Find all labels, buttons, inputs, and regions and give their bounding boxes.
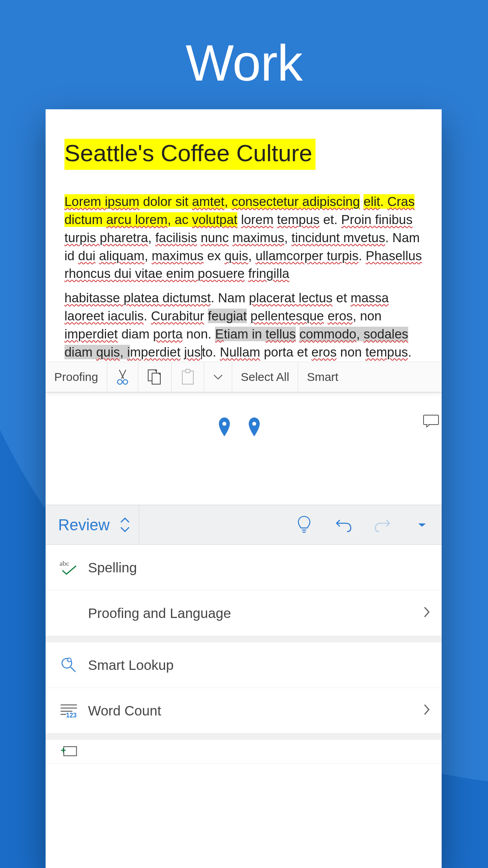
- menu-item-word-count[interactable]: 123 Word Count: [46, 688, 442, 734]
- ribbon-more-button[interactable]: [402, 505, 442, 544]
- menu-item-proofing-language[interactable]: Proofing and Language: [46, 590, 442, 636]
- selection-context-toolbar: Proofing S: [46, 362, 442, 392]
- document-body[interactable]: Lorem ipsum dolor sit amtet, consectetur…: [64, 193, 423, 361]
- menu-separator: [46, 734, 442, 740]
- proofing-button[interactable]: Proofing: [46, 362, 107, 392]
- chevron-right-icon: [423, 605, 431, 621]
- tab-switcher-icon: [118, 516, 132, 533]
- menu-item-label: Word Count: [88, 703, 161, 719]
- more-context-button[interactable]: [204, 362, 232, 392]
- comment-icon[interactable]: [423, 414, 439, 428]
- menu-item-label: Proofing and Language: [88, 605, 231, 621]
- copy-button[interactable]: [138, 362, 172, 392]
- selection-handle-start[interactable]: [218, 417, 231, 438]
- svg-line-13: [71, 667, 75, 671]
- svg-point-8: [252, 422, 256, 426]
- lightbulb-icon: [297, 515, 312, 534]
- document-page[interactable]: Seattle's Coffee Culture Lorem ipsum dol…: [46, 109, 442, 361]
- cut-icon: [116, 369, 129, 385]
- svg-point-1: [123, 380, 128, 384]
- dropdown-icon: [417, 522, 427, 528]
- menu-item-spelling[interactable]: abc Spelling: [46, 545, 442, 590]
- cut-button[interactable]: [107, 362, 138, 392]
- new-comment-icon: [57, 745, 81, 759]
- document-title[interactable]: Seattle's Coffee Culture: [64, 139, 316, 170]
- menu-item-label: Spelling: [88, 560, 137, 576]
- svg-text:i: i: [68, 658, 69, 662]
- svg-text:abc: abc: [60, 559, 70, 567]
- device-frame: Seattle's Coffee Culture Lorem ipsum dol…: [46, 109, 442, 868]
- ribbon-header: Review: [46, 505, 442, 545]
- svg-rect-21: [64, 747, 76, 756]
- svg-rect-6: [424, 415, 438, 425]
- menu-item-label: Smart Lookup: [88, 657, 174, 673]
- redo-icon: [374, 517, 392, 533]
- redo-button[interactable]: [363, 505, 402, 544]
- menu-item-smart-lookup[interactable]: i Smart Lookup: [46, 642, 442, 688]
- paste-icon: [180, 369, 195, 385]
- select-all-button[interactable]: Select All: [232, 362, 298, 392]
- undo-icon: [334, 517, 352, 533]
- word-count-icon: 123: [57, 703, 81, 719]
- chevron-down-icon: [213, 374, 223, 380]
- review-menu: abc Spelling Proofing and Language i: [46, 545, 442, 763]
- menu-separator: [46, 636, 442, 642]
- svg-point-7: [222, 422, 226, 426]
- chevron-right-icon: [423, 703, 431, 719]
- tell-me-button[interactable]: [284, 505, 324, 544]
- menu-item-partial[interactable]: [46, 740, 442, 763]
- svg-rect-5: [185, 369, 190, 372]
- svg-point-0: [117, 380, 122, 384]
- spelling-icon: abc: [57, 559, 81, 576]
- paste-button[interactable]: [172, 362, 204, 392]
- svg-text:123: 123: [66, 712, 77, 719]
- smart-button[interactable]: Smart: [298, 362, 347, 392]
- undo-button[interactable]: [324, 505, 363, 544]
- copy-icon: [147, 369, 163, 385]
- svg-rect-3: [152, 373, 160, 384]
- smart-lookup-icon: i: [57, 657, 81, 674]
- ribbon-tab-switcher[interactable]: Review: [46, 505, 139, 544]
- selection-handle-end[interactable]: [248, 417, 261, 438]
- hero-title: Work: [0, 33, 488, 92]
- active-tab-label: Review: [58, 516, 110, 534]
